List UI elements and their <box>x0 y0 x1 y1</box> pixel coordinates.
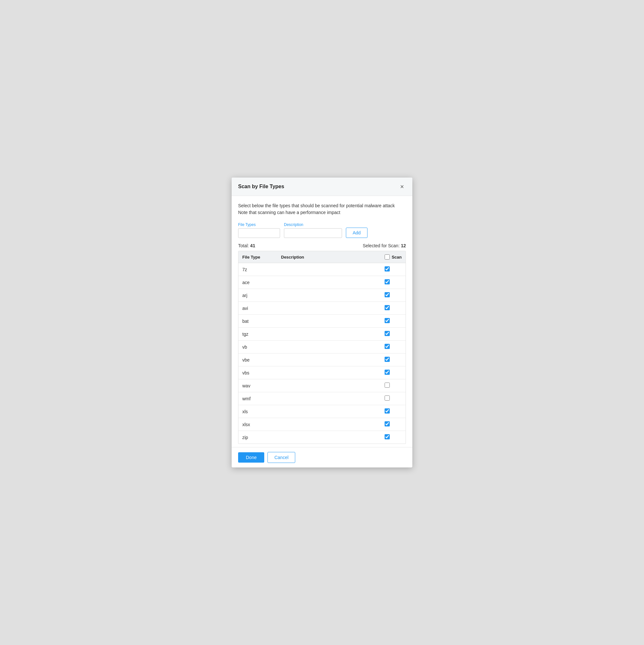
scan-checkbox[interactable] <box>385 370 390 375</box>
cell-description <box>277 431 381 444</box>
cell-filetype: ace <box>239 276 277 289</box>
cell-description <box>277 341 381 354</box>
scan-checkbox[interactable] <box>385 357 390 362</box>
cell-filetype: vbs <box>239 367 277 379</box>
table-row: bat <box>239 315 405 328</box>
cell-description <box>277 263 381 276</box>
cell-scan <box>381 392 405 405</box>
scan-checkbox[interactable] <box>385 344 390 349</box>
cell-scan <box>381 302 405 315</box>
cell-description <box>277 328 381 341</box>
scan-checkbox[interactable] <box>385 292 390 297</box>
table-row: tgz <box>239 328 405 341</box>
dialog: Scan by File Types × Select below the fi… <box>232 178 412 467</box>
scan-checkbox[interactable] <box>385 305 390 310</box>
table-row: 7z <box>239 263 405 276</box>
cell-filetype: vbe <box>239 354 277 367</box>
dialog-body: Select below the file types that should … <box>232 196 412 447</box>
cell-scan <box>381 379 405 392</box>
file-types-group: File Types <box>238 222 280 238</box>
description-input[interactable] <box>284 228 342 238</box>
cell-filetype: zip <box>239 431 277 444</box>
cell-filetype: vb <box>239 341 277 354</box>
cell-description <box>277 379 381 392</box>
scan-checkbox[interactable] <box>385 421 390 426</box>
cell-scan <box>381 341 405 354</box>
scan-checkbox[interactable] <box>385 266 390 271</box>
file-types-input[interactable] <box>238 228 280 238</box>
cell-scan <box>381 354 405 367</box>
description-label: Description <box>284 222 342 227</box>
dialog-header: Scan by File Types × <box>232 178 412 196</box>
cell-scan <box>381 315 405 328</box>
cell-filetype: tgz <box>239 328 277 341</box>
cell-description <box>277 418 381 431</box>
cell-description <box>277 302 381 315</box>
table-row: xls <box>239 405 405 418</box>
cell-filetype: bat <box>239 315 277 328</box>
form-row: File Types Description Add <box>238 222 406 238</box>
cell-scan <box>381 328 405 341</box>
table-row: wmf <box>239 392 405 405</box>
cell-filetype: xls <box>239 405 277 418</box>
col-header-description: Description <box>277 251 381 263</box>
file-types-table-wrapper: File Type Description Scan 7zacearjaviba… <box>238 251 406 444</box>
cell-filetype: avi <box>239 302 277 315</box>
cell-filetype: 7z <box>239 263 277 276</box>
done-button[interactable]: Done <box>238 452 264 463</box>
cell-description <box>277 354 381 367</box>
cell-description <box>277 405 381 418</box>
total-stat: Total: 41 <box>238 243 255 248</box>
table-row: xlsx <box>239 418 405 431</box>
table-row: wav <box>239 379 405 392</box>
table-row: vbs <box>239 367 405 379</box>
scan-checkbox[interactable] <box>385 396 390 401</box>
cell-scan <box>381 418 405 431</box>
file-types-label: File Types <box>238 222 280 227</box>
select-all-scan-checkbox[interactable] <box>385 254 390 259</box>
dialog-footer: Done Cancel <box>232 447 412 467</box>
scan-checkbox[interactable] <box>385 434 390 439</box>
file-types-table: File Type Description Scan 7zacearjaviba… <box>239 251 405 444</box>
table-row: arj <box>239 289 405 302</box>
scan-checkbox[interactable] <box>385 408 390 414</box>
table-row: vb <box>239 341 405 354</box>
col-header-scan: Scan <box>381 251 405 263</box>
cell-description <box>277 289 381 302</box>
cell-scan <box>381 367 405 379</box>
cell-scan <box>381 431 405 444</box>
table-row: avi <box>239 302 405 315</box>
cancel-button[interactable]: Cancel <box>268 452 295 463</box>
cell-description <box>277 276 381 289</box>
scan-checkbox[interactable] <box>385 279 390 284</box>
cell-filetype: xlsx <box>239 418 277 431</box>
description-group: Description <box>284 222 342 238</box>
cell-description <box>277 315 381 328</box>
col-header-filetype: File Type <box>239 251 277 263</box>
cell-scan <box>381 276 405 289</box>
cell-description <box>277 392 381 405</box>
stats-row: Total: 41 Selected for Scan: 12 <box>238 243 406 248</box>
cell-scan <box>381 289 405 302</box>
dialog-title: Scan by File Types <box>238 184 284 190</box>
close-button[interactable]: × <box>398 183 406 191</box>
scan-checkbox[interactable] <box>385 318 390 323</box>
cell-scan <box>381 263 405 276</box>
table-row: vbe <box>239 354 405 367</box>
cell-scan <box>381 405 405 418</box>
scan-checkbox[interactable] <box>385 331 390 336</box>
cell-filetype: wav <box>239 379 277 392</box>
table-row: ace <box>239 276 405 289</box>
cell-description <box>277 367 381 379</box>
cell-filetype: wmf <box>239 392 277 405</box>
table-row: zip <box>239 431 405 444</box>
description-text: Select below the file types that should … <box>238 202 406 216</box>
cell-filetype: arj <box>239 289 277 302</box>
scan-checkbox[interactable] <box>385 383 390 388</box>
selected-stat: Selected for Scan: 12 <box>363 243 406 248</box>
add-button[interactable]: Add <box>346 228 367 238</box>
